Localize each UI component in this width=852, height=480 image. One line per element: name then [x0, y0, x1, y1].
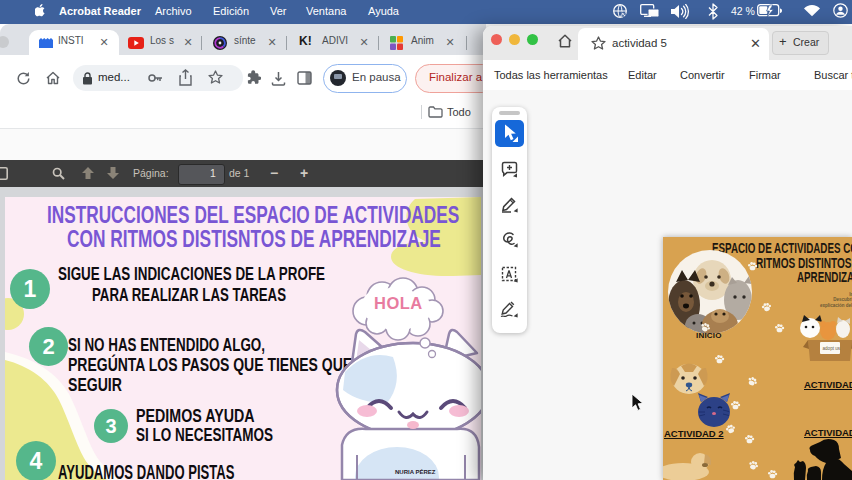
svg-text:HOLA: HOLA: [374, 294, 423, 312]
svg-text:NURIA PÉREZ: NURIA PÉREZ: [395, 468, 436, 475]
